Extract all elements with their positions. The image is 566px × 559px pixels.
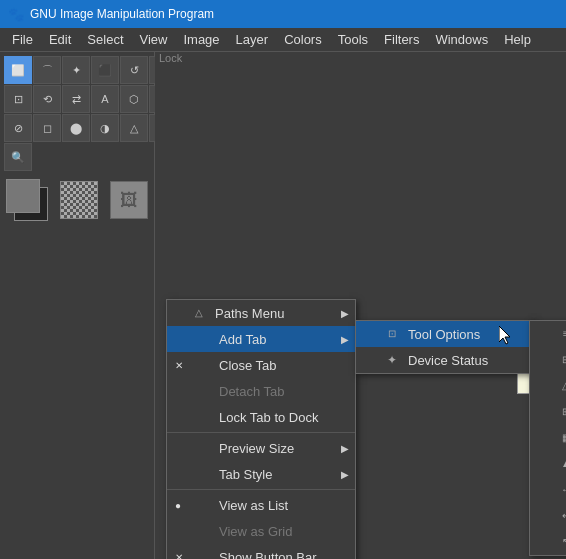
menu-item-navigation[interactable]: ↔ Navigation — [530, 477, 566, 503]
navigation-icon: ↔ — [558, 482, 566, 498]
foreground-color[interactable] — [6, 179, 40, 213]
tool-crop[interactable]: ⊡ — [4, 85, 32, 113]
tab-style-icon — [195, 466, 211, 482]
tool-rect-sel2[interactable]: ⬛ — [91, 56, 119, 84]
close-tab-icon2 — [195, 357, 211, 373]
paths-icon: △ — [558, 378, 566, 394]
menu-edit[interactable]: Edit — [41, 30, 79, 49]
color-swatches[interactable] — [6, 179, 46, 221]
menu-item-view-grid: View as Grid — [167, 518, 355, 544]
menu-item-channels[interactable]: ⊟ Channels — [530, 347, 566, 373]
view-list-icon — [195, 497, 211, 513]
menu-select[interactable]: Select — [79, 30, 131, 49]
tools-grid: ⬜ ⌒ ✦ ⬛ ↺ ✛ ⊡ ⟲ ⇄ A ⬡ ✏ ⊘ ◻ ⬤ ◑ △ ✦ 🔍 — [4, 56, 150, 171]
tool-transform[interactable]: ⟲ — [33, 85, 61, 113]
tool-fuzzy-select[interactable]: ✦ — [62, 56, 90, 84]
menu-tools[interactable]: Tools — [330, 30, 376, 49]
colormap-icon: ⊞ — [558, 404, 566, 420]
menu-item-close-tab[interactable]: ✕ Close Tab — [167, 352, 355, 378]
close-tab-label: Close Tab — [219, 358, 277, 373]
show-button-bar-icon — [195, 549, 211, 559]
menu-item-undo-history[interactable]: ↩ Undo History — [530, 503, 566, 529]
pattern-swatch[interactable] — [60, 181, 98, 219]
view-grid-label: View as Grid — [219, 524, 292, 539]
lock-tab-label: Lock Tab to Dock — [219, 410, 318, 425]
separator-1 — [167, 432, 355, 433]
app-icon: 🐾 — [8, 6, 24, 22]
menu-item-selection-editor[interactable]: ▲ Selection Editor — [530, 451, 566, 477]
menu-bar: File Edit Select View Image Layer Colors… — [0, 28, 566, 52]
show-button-bar-label: Show Button Bar — [219, 550, 317, 560]
detach-tab-label: Detach Tab — [219, 384, 285, 399]
menu-item-paths[interactable]: △ Paths — [530, 373, 566, 399]
layers-icon: ≡ — [558, 326, 566, 342]
content-area: Lock △ Paths Menu Add Tab ✕ Close Tab — [155, 52, 566, 559]
close-tab-icon: ✕ — [175, 360, 183, 371]
add-tab-icon — [195, 331, 211, 347]
tool-text[interactable]: A — [91, 85, 119, 113]
title-bar-text: GNU Image Manipulation Program — [30, 7, 214, 21]
menu-item-tool-options[interactable]: ⊡ Tool Options — [356, 321, 534, 347]
menu-help[interactable]: Help — [496, 30, 539, 49]
view-list-label: View as List — [219, 498, 288, 513]
paths-menu-label: Paths Menu — [215, 306, 284, 321]
undo-history-icon: ↩ — [558, 508, 566, 524]
menu-item-view-list[interactable]: View as List — [167, 492, 355, 518]
canvas-preview: 🖼 — [110, 181, 148, 219]
tool-magnify[interactable]: 🔍 — [4, 143, 32, 171]
device-status-icon: ✦ — [384, 352, 400, 368]
lock-label: Lock — [159, 52, 182, 64]
menu-item-lock-tab[interactable]: Lock Tab to Dock — [167, 404, 355, 430]
menu-windows[interactable]: Windows — [427, 30, 496, 49]
menu-file[interactable]: File — [4, 30, 41, 49]
paths-menu-icon: △ — [191, 305, 207, 321]
menu-item-detach-tab: Detach Tab — [167, 378, 355, 404]
tool-dodge[interactable]: ◑ — [91, 114, 119, 142]
menu-image[interactable]: Image — [175, 30, 227, 49]
context-menu-l1: △ Paths Menu Add Tab ✕ Close Tab Detach … — [166, 299, 356, 559]
menu-item-device-status[interactable]: ✦ Device Status — [356, 347, 534, 373]
menu-item-paths-menu[interactable]: △ Paths Menu — [167, 300, 355, 326]
tool-fill[interactable]: ⬤ — [62, 114, 90, 142]
menu-item-show-button-bar[interactable]: Show Button Bar — [167, 544, 355, 559]
menu-item-tab-style[interactable]: Tab Style — [167, 461, 355, 487]
tool-clone[interactable]: ⬡ — [120, 85, 148, 113]
tool-options-label: Tool Options — [408, 327, 480, 342]
context-menu-l2: ⊡ Tool Options ✦ Device Status — [355, 320, 535, 374]
tool-rect-select[interactable]: ⬜ — [4, 56, 32, 84]
title-bar: 🐾 GNU Image Manipulation Program — [0, 0, 566, 28]
tool-paint[interactable]: ⊘ — [4, 114, 32, 142]
menu-layer[interactable]: Layer — [228, 30, 277, 49]
preview-size-icon — [195, 440, 211, 456]
separator-2 — [167, 489, 355, 490]
tool-paths[interactable]: △ — [120, 114, 148, 142]
menu-colors[interactable]: Colors — [276, 30, 330, 49]
menu-item-colormap[interactable]: ⊞ Colormap — [530, 399, 566, 425]
lock-tab-icon — [195, 409, 211, 425]
context-menu-l3: ≡ Layers ⊟ Channels △ Paths ⊞ Colormap ▦… — [529, 320, 566, 556]
menu-item-layers[interactable]: ≡ Layers — [530, 321, 566, 347]
toolbox: ⬜ ⌒ ✦ ⬛ ↺ ✛ ⊡ ⟲ ⇄ A ⬡ ✏ ⊘ ◻ ⬤ ◑ △ ✦ 🔍 — [0, 52, 155, 559]
tool-eraser[interactable]: ◻ — [33, 114, 61, 142]
menu-item-histogram[interactable]: ▦ Histogram — [530, 425, 566, 451]
menu-item-add-tab[interactable]: Add Tab — [167, 326, 355, 352]
tab-style-label: Tab Style — [219, 467, 272, 482]
pattern-area — [60, 181, 98, 219]
menu-item-preview-size[interactable]: Preview Size — [167, 435, 355, 461]
tool-options-icon: ⊡ — [384, 326, 400, 342]
pointer-icon: ↖ — [558, 534, 566, 550]
color-area: 🖼 — [4, 175, 150, 225]
menu-view[interactable]: View — [132, 30, 176, 49]
tool-free-select[interactable]: ⌒ — [33, 56, 61, 84]
menu-filters[interactable]: Filters — [376, 30, 427, 49]
add-tab-label: Add Tab — [219, 332, 266, 347]
tool-flip[interactable]: ⇄ — [62, 85, 90, 113]
image-preview: 🖼 — [110, 181, 148, 219]
preview-size-label: Preview Size — [219, 441, 294, 456]
selection-editor-icon: ▲ — [558, 456, 566, 472]
tool-rotate[interactable]: ↺ — [120, 56, 148, 84]
view-grid-icon — [195, 523, 211, 539]
detach-tab-icon — [195, 383, 211, 399]
menu-item-pointer[interactable]: ↖ Pointer — [530, 529, 566, 555]
channels-icon: ⊟ — [558, 352, 566, 368]
